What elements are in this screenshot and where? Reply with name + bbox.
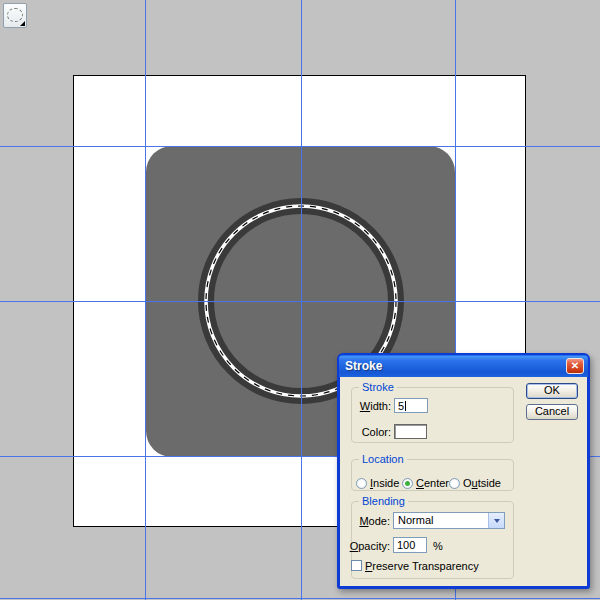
guide-horizontal[interactable] [0,598,600,599]
ok-button[interactable]: OK [526,383,578,399]
mode-value: Normal [398,514,433,527]
mode-dropdown-arrow-button[interactable] [488,513,504,528]
elliptical-marquee-icon [7,8,23,22]
radio-circle [402,478,413,489]
radio-label: Inside [370,477,399,489]
stroke-width-input[interactable]: 5 [394,398,428,413]
dialog-title: Stroke [345,355,382,377]
radio-center[interactable]: Center [402,477,449,489]
mode-label: Mode: [348,515,390,527]
cancel-button[interactable]: Cancel [526,404,578,420]
color-swatch[interactable] [394,424,427,439]
radio-label: Outside [463,477,501,489]
close-button[interactable]: ✕ [566,358,584,374]
group-label-location: Location [359,453,407,465]
chevron-down-icon [494,519,500,526]
tool-flyout-triangle-icon [20,21,25,26]
opacity-label: Opacity: [348,540,390,552]
radio-circle [449,478,460,489]
stroke-dialog: Stroke ✕ Stroke Width: 5 Color: OK Cance… [337,353,590,589]
text-cursor [405,401,406,411]
radio-circle [356,478,367,489]
group-label-blending: Blending [359,495,408,507]
opacity-input[interactable]: 100 [393,537,427,553]
radio-outside[interactable]: Outside [449,477,501,489]
group-label-stroke: Stroke [359,381,397,393]
tool-preset-button[interactable] [3,3,27,28]
width-label: Width: [348,400,391,412]
mode-dropdown[interactable]: Normal [393,512,505,529]
preserve-transparency-label[interactable]: Preserve Transparency [365,560,479,572]
preserve-transparency-checkbox[interactable] [351,560,362,571]
radio-selected-dot [405,481,410,486]
photoshop-workspace: Stroke ✕ Stroke Width: 5 Color: OK Cance… [0,0,600,600]
percent-label: % [433,540,443,552]
close-icon: ✕ [571,360,579,371]
radio-label: Center [416,477,449,489]
color-label: Color: [348,426,391,438]
radio-inside[interactable]: Inside [356,477,399,489]
dialog-titlebar[interactable]: Stroke ✕ [339,355,588,377]
